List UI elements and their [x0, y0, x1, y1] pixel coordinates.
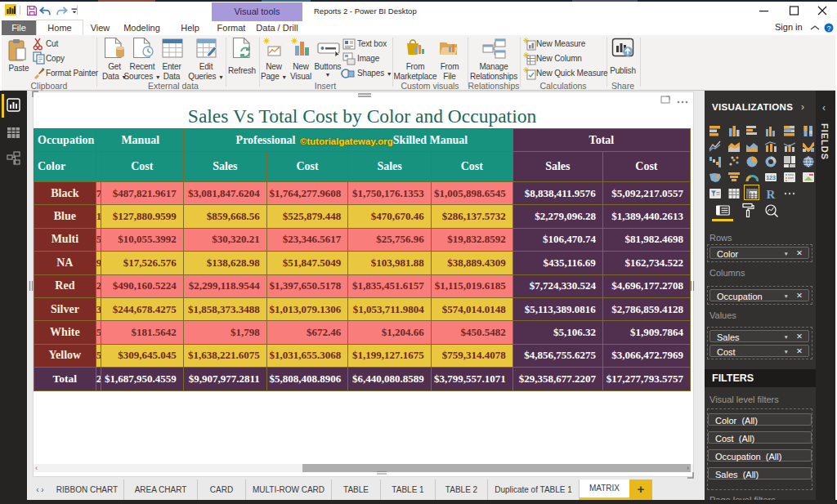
svg-text:?: ? [826, 25, 830, 33]
svg-text:123: 123 [766, 175, 776, 181]
svg-text:R: R [767, 187, 776, 200]
